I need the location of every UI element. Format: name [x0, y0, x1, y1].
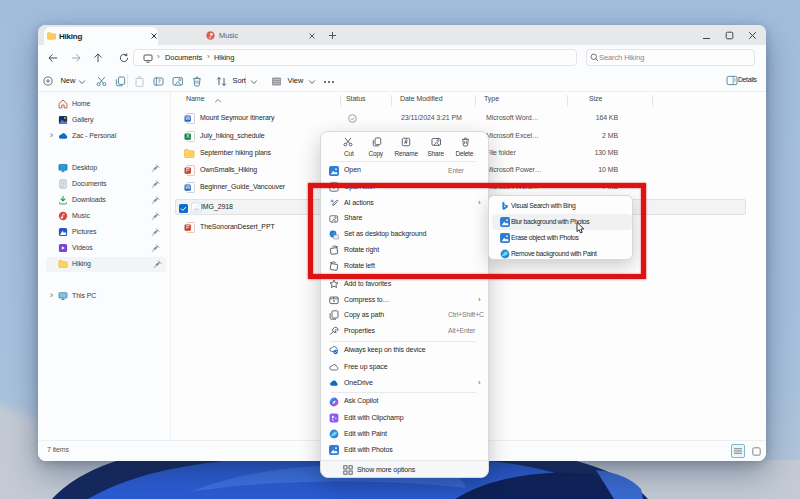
svg-text:X: X [186, 133, 190, 139]
svg-text:P: P [186, 224, 190, 230]
svg-text:P: P [186, 167, 190, 173]
